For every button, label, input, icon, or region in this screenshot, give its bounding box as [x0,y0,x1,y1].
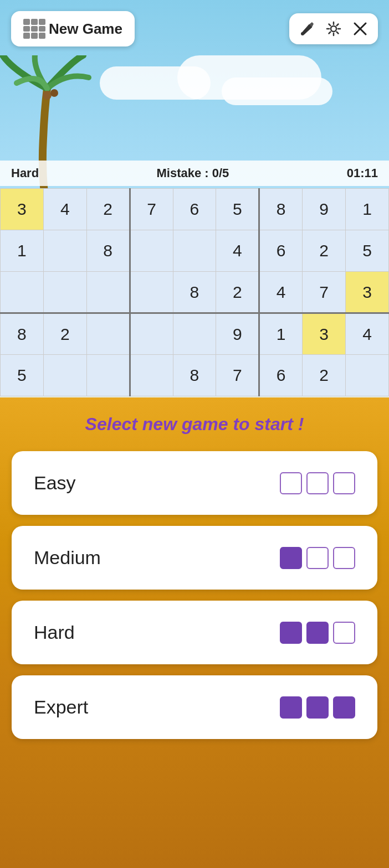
overlay-panel: Select new game to start ! Easy Medium H… [0,397,389,868]
sudoku-cell[interactable] [130,313,173,355]
expert-dots [280,696,355,719]
sudoku-cell[interactable]: 6 [173,189,216,230]
sudoku-cell[interactable]: 2 [303,230,346,272]
difficulty-label: Hard [11,166,39,180]
sudoku-cell[interactable]: 9 [216,313,259,355]
sudoku-cell[interactable]: 3 [346,272,389,313]
hard-button[interactable]: Hard [12,601,377,664]
grid-cell [39,26,45,32]
svg-point-0 [43,91,52,100]
grid-cell [31,19,38,25]
sudoku-cell[interactable]: 5 [346,230,389,272]
sudoku-cell[interactable] [173,313,216,355]
top-right-controls [289,13,378,44]
medium-button[interactable]: Medium [12,526,377,590]
top-bar: New Game [0,11,389,46]
dot-1 [280,622,302,644]
sudoku-cell[interactable] [86,313,130,355]
grid-cell [23,19,30,25]
sudoku-cell[interactable]: 1 [346,189,389,230]
sudoku-cell[interactable] [130,272,173,313]
grid-cell [23,33,30,39]
new-game-button[interactable]: New Game [11,11,135,46]
sudoku-cell[interactable]: 3 [303,313,346,355]
settings-button[interactable] [326,21,341,37]
grid-cell [31,26,38,32]
sudoku-cell[interactable]: 9 [303,189,346,230]
timer: 01:11 [347,166,378,180]
dot-2 [306,472,329,494]
paint-button[interactable] [299,21,315,37]
medium-label: Medium [34,547,101,569]
sudoku-cell[interactable]: 2 [216,272,259,313]
sudoku-cell[interactable]: 5 [1,355,44,396]
dot-1 [280,472,302,494]
expert-button[interactable]: Expert [12,675,377,739]
dot-3 [333,472,355,494]
sudoku-cell[interactable]: 6 [259,355,303,396]
sudoku-cell[interactable]: 2 [86,189,130,230]
dot-1 [280,696,302,719]
svg-point-1 [50,89,58,97]
hard-label: Hard [34,622,75,643]
mistake-counter: Mistake : 0/5 [157,166,229,180]
paint-icon [299,21,315,37]
sudoku-cell[interactable] [173,230,216,272]
sudoku-cell[interactable]: 8 [1,313,44,355]
grid-cell [31,33,38,39]
select-prompt: Select new game to start ! [85,414,304,435]
grid-cell [39,19,45,25]
easy-label: Easy [34,472,76,494]
cloud-3 [222,78,332,105]
sudoku-cell[interactable] [43,272,86,313]
hard-dots [280,622,355,644]
sudoku-cell[interactable] [43,355,86,396]
expert-label: Expert [34,696,88,718]
new-game-label: New Game [49,20,122,38]
sudoku-cell[interactable]: 2 [43,313,86,355]
settings-icon [326,21,341,37]
dot-3 [333,696,355,719]
sudoku-grid-container: 3427658911846258247382913458762 [0,188,389,396]
sudoku-cell[interactable]: 7 [303,272,346,313]
sudoku-cell[interactable]: 2 [303,355,346,396]
dot-2 [306,696,329,719]
sudoku-cell[interactable] [1,272,44,313]
sudoku-cell[interactable]: 4 [43,189,86,230]
sudoku-cell[interactable]: 5 [216,189,259,230]
sudoku-cell[interactable]: 8 [173,272,216,313]
dot-2 [306,547,329,569]
svg-point-2 [301,32,304,35]
sudoku-cell[interactable]: 1 [259,313,303,355]
close-button[interactable] [352,21,368,37]
sudoku-cell[interactable] [130,355,173,396]
sudoku-table: 3427658911846258247382913458762 [0,188,389,396]
status-bar: Hard Mistake : 0/5 01:11 [0,161,389,186]
sudoku-cell[interactable]: 4 [346,313,389,355]
sudoku-cell[interactable] [86,272,130,313]
sudoku-cell[interactable]: 8 [259,189,303,230]
sudoku-cell[interactable]: 8 [86,230,130,272]
grid-cell [23,26,30,32]
dot-1 [280,547,302,569]
sudoku-cell[interactable]: 3 [1,189,44,230]
sudoku-cell[interactable]: 6 [259,230,303,272]
sudoku-cell[interactable] [43,230,86,272]
sudoku-cell[interactable]: 7 [216,355,259,396]
medium-dots [280,547,355,569]
sudoku-cell[interactable]: 1 [1,230,44,272]
grid-cell [39,33,45,39]
sudoku-cell[interactable] [130,230,173,272]
close-icon [352,21,368,37]
grid-icon [23,19,43,39]
svg-point-3 [331,26,336,32]
sudoku-cell[interactable]: 4 [216,230,259,272]
sudoku-cell[interactable]: 4 [259,272,303,313]
sudoku-cell[interactable]: 8 [173,355,216,396]
sudoku-cell[interactable] [346,355,389,396]
sudoku-cell[interactable] [86,355,130,396]
dot-2 [306,622,329,644]
sudoku-cell[interactable]: 7 [130,189,173,230]
easy-dots [280,472,355,494]
easy-button[interactable]: Easy [12,451,377,515]
